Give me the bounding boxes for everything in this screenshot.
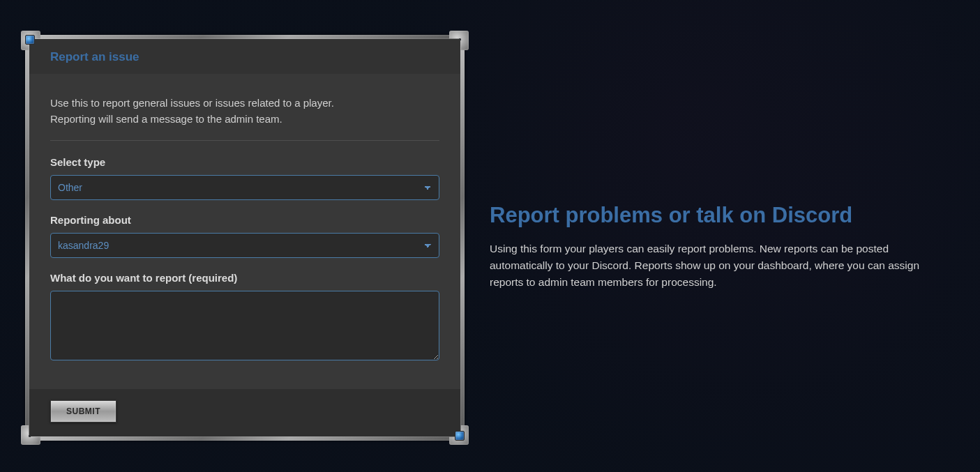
panel-title: Report an issue — [50, 50, 439, 64]
intro-text: Use this to report general issues or iss… — [50, 95, 439, 128]
frame-edge — [460, 40, 465, 435]
submit-button[interactable]: SUBMIT — [50, 400, 116, 422]
intro-line: Use this to report general issues or iss… — [50, 97, 334, 109]
type-label: Select type — [50, 156, 439, 168]
right-content: Report problems or talk on Discord Using… — [490, 202, 950, 291]
panel-body: Use this to report general issues or iss… — [29, 74, 460, 389]
report-panel: Report an issue Use this to report gener… — [21, 31, 469, 445]
gem-icon — [25, 35, 35, 45]
page-title: Report problems or talk on Discord — [490, 202, 929, 228]
panel-footer: SUBMIT — [29, 389, 460, 436]
report-label: What do you want to report (required) — [50, 272, 439, 284]
report-textarea[interactable] — [50, 291, 439, 360]
page-description: Using this form your players can easily … — [490, 241, 929, 291]
about-label: Reporting about — [50, 214, 439, 226]
type-select[interactable]: Other — [50, 175, 439, 200]
divider — [50, 140, 439, 141]
frame-edge — [31, 436, 459, 441]
gem-icon — [455, 431, 465, 441]
about-select[interactable]: kasandra29 — [50, 233, 439, 258]
panel-header: Report an issue — [29, 39, 460, 74]
intro-line: Reporting will send a message to the adm… — [50, 113, 282, 125]
